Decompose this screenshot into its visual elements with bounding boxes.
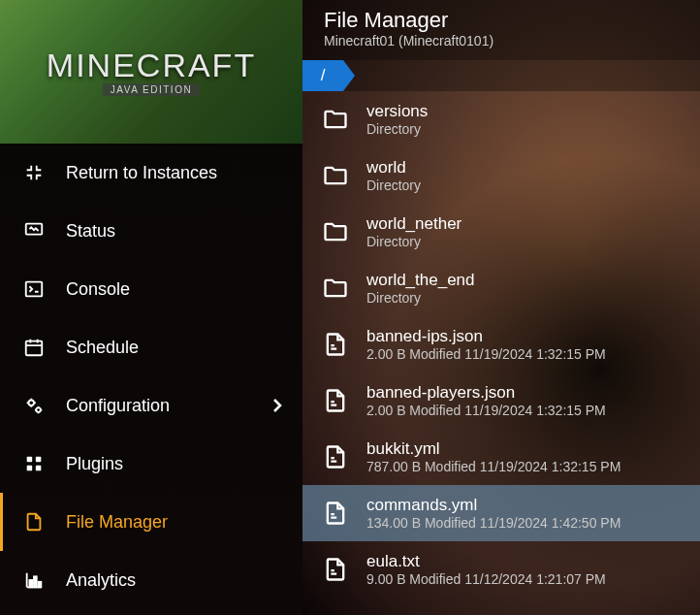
file-meta: 2.00 B Modified 11/19/2024 1:32:15 PM <box>366 346 606 362</box>
file-info: world_netherDirectory <box>366 214 461 249</box>
svg-rect-7 <box>27 466 33 471</box>
nav: Return to Instances StatusConsoleSchedul… <box>0 144 302 615</box>
file-row[interactable]: eula.txt9.00 B Modified 11/12/2024 1:21:… <box>302 541 700 598</box>
svg-rect-6 <box>36 457 42 463</box>
file-info: banned-ips.json2.00 B Modified 11/19/202… <box>366 327 606 362</box>
gear-icon <box>23 395 45 416</box>
file-name: commands.yml <box>366 496 620 515</box>
fullscreen-exit-icon <box>23 162 45 183</box>
nav-label: Plugins <box>66 454 123 474</box>
instance-name: Minecraft01 (Minecraft0101) <box>324 33 700 49</box>
file-icon <box>322 443 349 470</box>
folder-icon <box>322 275 349 302</box>
header: File Manager Minecraft01 (Minecraft0101) <box>302 0 700 60</box>
nav-label: Schedule <box>66 338 139 358</box>
svg-rect-2 <box>26 341 43 356</box>
file-row[interactable]: commands.yml134.00 B Modified 11/19/2024… <box>302 485 700 541</box>
nav-label: Return to Instances <box>66 163 217 183</box>
file-row[interactable]: banned-players.json2.00 B Modified 11/19… <box>302 372 700 429</box>
nav-label: Configuration <box>66 396 170 416</box>
file-icon <box>322 500 349 527</box>
nav-label: Console <box>66 279 130 300</box>
svg-point-4 <box>36 407 41 412</box>
folder-icon <box>322 106 349 133</box>
svg-rect-8 <box>36 466 42 471</box>
main-panel: File Manager Minecraft01 (Minecraft0101)… <box>302 0 700 615</box>
file-info: bukkit.yml787.00 B Modified 11/19/2024 1… <box>366 439 620 474</box>
nav-label: Analytics <box>66 570 136 591</box>
file-meta: 787.00 B Modified 11/19/2024 1:32:15 PM <box>366 459 620 474</box>
file-name: banned-ips.json <box>366 327 606 346</box>
file-row[interactable]: banned-ips.json2.00 B Modified 11/19/202… <box>302 316 700 372</box>
page-title: File Manager <box>324 8 700 33</box>
banner-edition: JAVA EDITION <box>103 83 200 96</box>
breadcrumb: / <box>302 60 700 91</box>
file-name: bukkit.yml <box>366 439 620 459</box>
nav-item-analytics[interactable]: Analytics <box>0 551 302 609</box>
nav-item-configuration[interactable]: Configuration <box>0 376 302 435</box>
folder-row[interactable]: world_netherDirectory <box>302 204 700 260</box>
file-info: eula.txt9.00 B Modified 11/12/2024 1:21:… <box>366 552 606 587</box>
file-name: eula.txt <box>366 552 606 571</box>
file-list: versionsDirectoryworldDirectoryworld_net… <box>302 91 700 598</box>
nav-item-plugins[interactable]: Plugins <box>0 435 302 493</box>
file-icon <box>322 387 349 414</box>
file-meta: Directory <box>366 178 421 193</box>
status-icon <box>23 220 45 242</box>
file-info: commands.yml134.00 B Modified 11/19/2024… <box>366 496 620 531</box>
console-icon <box>23 278 45 300</box>
file-row[interactable]: bukkit.yml787.00 B Modified 11/19/2024 1… <box>302 429 700 485</box>
file-name: world <box>366 158 421 178</box>
breadcrumb-root[interactable]: / <box>302 60 343 91</box>
file-meta: 134.00 B Modified 11/19/2024 1:42:50 PM <box>366 515 620 531</box>
file-name: world_nether <box>366 214 461 234</box>
chevron-right-icon <box>271 397 283 414</box>
svg-rect-10 <box>34 576 37 587</box>
file-meta: 2.00 B Modified 11/19/2024 1:32:15 PM <box>366 403 606 418</box>
svg-rect-5 <box>27 457 33 463</box>
chart-icon <box>23 569 45 591</box>
calendar-icon <box>23 337 45 358</box>
folder-icon <box>322 162 349 189</box>
nav-return[interactable]: Return to Instances <box>0 144 302 202</box>
nav-label: Status <box>66 221 115 242</box>
file-icon <box>322 556 349 583</box>
file-info: worldDirectory <box>366 158 421 193</box>
nav-item-console[interactable]: Console <box>0 260 302 318</box>
nav-label: File Manager <box>66 512 168 533</box>
file-info: banned-players.json2.00 B Modified 11/19… <box>366 383 606 418</box>
file-meta: Directory <box>366 234 461 249</box>
svg-rect-11 <box>39 582 42 588</box>
nav-item-file-manager[interactable]: File Manager <box>0 493 302 551</box>
file-meta: Directory <box>366 290 475 306</box>
svg-rect-9 <box>29 580 32 587</box>
file-icon <box>322 331 349 358</box>
file-name: versions <box>366 102 428 121</box>
game-banner: MINECRAFT JAVA EDITION <box>0 0 302 144</box>
banner-title: MINECRAFT <box>47 47 256 84</box>
file-info: versionsDirectory <box>366 102 428 137</box>
folder-row[interactable]: worldDirectory <box>302 147 700 204</box>
grid-icon <box>23 453 45 474</box>
nav-item-status[interactable]: Status <box>0 202 302 260</box>
file-info: world_the_endDirectory <box>366 271 475 306</box>
file-icon <box>23 511 45 533</box>
sidebar: MINECRAFT JAVA EDITION Return to Instanc… <box>0 0 302 615</box>
file-meta: Directory <box>366 121 428 137</box>
folder-row[interactable]: world_the_endDirectory <box>302 260 700 316</box>
file-meta: 9.00 B Modified 11/12/2024 1:21:07 PM <box>366 571 606 587</box>
folder-row[interactable]: versionsDirectory <box>302 91 700 147</box>
file-name: banned-players.json <box>366 383 606 403</box>
svg-rect-1 <box>26 282 43 297</box>
svg-point-3 <box>29 401 35 406</box>
nav-item-schedule[interactable]: Schedule <box>0 318 302 376</box>
folder-icon <box>322 218 349 245</box>
file-name: world_the_end <box>366 271 475 290</box>
